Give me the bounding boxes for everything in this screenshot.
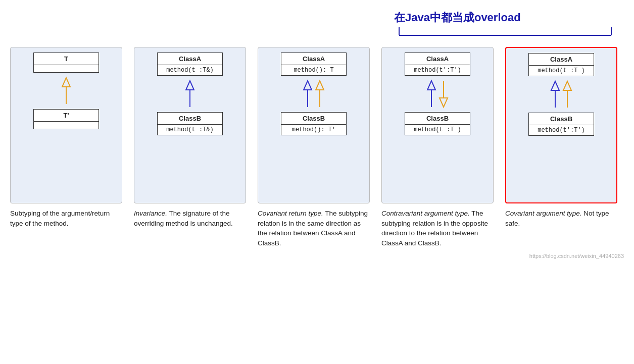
svg-marker-7	[304, 81, 312, 90]
col2-classA-name: ClassA	[158, 53, 222, 65]
top-label-text: 在Java中都当成overload	[394, 11, 521, 24]
col2-arrow	[180, 79, 200, 109]
col2-classB-method: method(t :T&)	[158, 125, 222, 135]
col4-box: ClassA method(t':T') ClassB method(t :T …	[381, 47, 494, 203]
col5-classB: ClassB method(t':T')	[528, 113, 594, 136]
svg-marker-17	[563, 81, 571, 90]
col1-box: T T'	[10, 47, 122, 203]
col4-classB-name: ClassB	[405, 113, 470, 125]
col5: ClassA method(t :T ) ClassB method(t':T'…	[505, 47, 624, 228]
col5-classA-name: ClassA	[529, 54, 594, 66]
col4-arrow	[422, 79, 453, 109]
col4: ClassA method(t':T') ClassB method(t :T …	[381, 47, 500, 248]
col5-classB-method: method(t':T')	[529, 125, 594, 135]
col4-classB-method: method(t :T )	[405, 125, 470, 135]
svg-marker-5	[186, 81, 194, 90]
col3-classB: ClassB method(): T'	[281, 112, 347, 135]
col3-classA: ClassA method(): T	[281, 53, 347, 76]
watermark: https://blog.csdn.net/weixin_44940263	[10, 253, 624, 259]
svg-marker-11	[427, 81, 435, 90]
col5-arrow	[546, 79, 576, 110]
col3-classB-method: method(): T'	[281, 125, 346, 135]
col5-classA: ClassA method(t :T )	[528, 53, 594, 76]
col2: ClassA method(t :T&) ClassB method(t :T&…	[134, 47, 253, 228]
col3: ClassA method(): T ClassB method(): T'	[258, 47, 376, 248]
col3-classA-method: method(): T	[281, 65, 346, 75]
col2-desc: Invariance. The signature of the overrid…	[134, 209, 246, 228]
col1-classB: T'	[33, 109, 99, 129]
col3-arrow	[299, 79, 329, 109]
svg-marker-15	[551, 81, 559, 90]
col5-desc: Covariant argument type. Not type safe.	[505, 209, 617, 228]
col4-classA-name: ClassA	[405, 53, 470, 65]
col2-classA-method: method(t :T&)	[158, 65, 222, 75]
col4-desc: Contravariant argument type. The subtypi…	[381, 209, 494, 248]
col5-classB-name: ClassB	[529, 113, 594, 125]
diagrams-row: T T' Subtyping of the argument/return ty…	[10, 47, 624, 248]
col2-box: ClassA method(t :T&) ClassB method(t :T&…	[134, 47, 246, 203]
svg-marker-3	[62, 78, 70, 87]
col1-classB-name: T'	[34, 110, 99, 122]
col1-desc: Subtyping of the argument/return type of…	[10, 209, 122, 228]
col3-box: ClassA method(): T ClassB method(): T'	[258, 47, 370, 203]
col3-desc: Covariant return type. The subtyping rel…	[258, 209, 370, 248]
col1: T T' Subtyping of the argument/return ty…	[10, 47, 129, 228]
col5-box: ClassA method(t :T ) ClassB method(t':T'…	[505, 47, 617, 203]
col1-arrow	[56, 76, 76, 106]
col3-classA-name: ClassA	[281, 53, 346, 65]
col2-classA: ClassA method(t :T&)	[157, 53, 223, 76]
col5-classA-method: method(t :T )	[529, 66, 594, 76]
bracket-svg	[394, 26, 616, 37]
col2-classB: ClassB method(t :T&)	[157, 112, 223, 135]
col4-classA: ClassA method(t':T')	[405, 53, 470, 76]
col4-classA-method: method(t':T')	[405, 65, 470, 75]
svg-marker-9	[316, 81, 324, 90]
col3-classB-name: ClassB	[281, 113, 346, 125]
col1-classA: T	[33, 53, 99, 73]
col1-classA-name: T	[34, 53, 99, 65]
col4-classB: ClassB method(t :T )	[405, 112, 470, 135]
svg-marker-14	[440, 98, 448, 107]
col2-classB-name: ClassB	[158, 113, 222, 125]
